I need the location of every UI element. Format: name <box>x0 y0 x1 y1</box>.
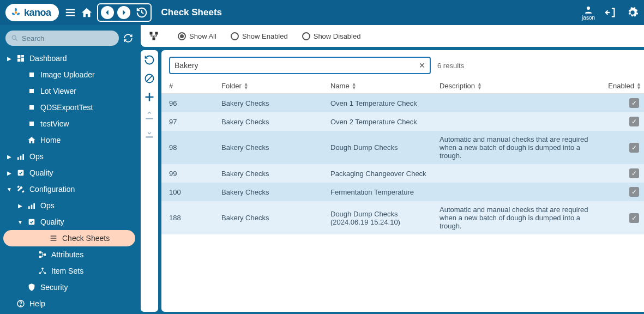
results-table: # Folder▲▼ Name▲▼ Description▲▼ Enabled▲… <box>161 78 644 312</box>
svg-rect-4 <box>65 9 75 10</box>
svg-point-0 <box>15 11 17 14</box>
history-icon[interactable] <box>136 7 148 19</box>
hamburger-icon[interactable] <box>64 7 76 19</box>
cell-description <box>440 120 603 123</box>
sidebar-search-input[interactable] <box>22 34 113 43</box>
cell-description <box>440 102 603 104</box>
table-row[interactable]: 188Bakery ChecksDough Dump Checks (2024.… <box>161 201 644 234</box>
cell-name: Dough Dump Checks (2024.06.19 15.24.10) <box>330 209 440 227</box>
block-icon[interactable] <box>144 73 155 84</box>
sidebar: ▶DashboardImage UploaderLot ViewerQDSExp… <box>0 25 139 314</box>
nav-tree: ▶DashboardImage UploaderLot ViewerQDSExp… <box>0 50 139 312</box>
nav-forward-button[interactable] <box>117 6 130 19</box>
svg-rect-44 <box>146 118 153 119</box>
sidebar-item-attributes[interactable]: Attributes <box>0 246 139 263</box>
sidebar-item-item-sets[interactable]: Item Sets <box>0 263 139 279</box>
enabled-checkbox[interactable]: ✓ <box>629 213 639 223</box>
sidebar-item-dashboard[interactable]: ▶Dashboard <box>0 50 139 67</box>
logout-icon[interactable] <box>605 7 617 19</box>
cell-folder: Bakery Checks <box>221 98 330 108</box>
clear-search-icon[interactable]: ✕ <box>419 61 425 70</box>
filter-radio-show-enabled[interactable]: Show Enabled <box>231 32 288 40</box>
svg-point-33 <box>39 272 41 274</box>
cell-enabled: ✓ <box>603 97 641 109</box>
sidebar-item-quality[interactable]: ▼Quality <box>0 214 139 230</box>
svg-rect-37 <box>150 32 153 35</box>
cell-folder: Bakery Checks <box>221 187 330 197</box>
home-icon[interactable] <box>81 7 93 19</box>
th-name[interactable]: Name▲▼ <box>330 82 440 90</box>
svg-rect-12 <box>21 58 24 62</box>
filter-radio-show-disabled[interactable]: Show Disabled <box>302 32 361 40</box>
panel-search-input[interactable] <box>174 61 419 70</box>
table-row[interactable]: 96Bakery ChecksOven 1 Temperature Check✓ <box>161 94 644 112</box>
cell-number: 96 <box>169 98 221 108</box>
cell-folder: Bakery Checks <box>221 117 330 127</box>
sidebar-item-security[interactable]: Security <box>0 279 139 295</box>
cell-enabled: ✓ <box>603 186 641 198</box>
sort-icon: ▲▼ <box>352 82 357 90</box>
cell-description <box>440 172 603 174</box>
sidebar-item-lot-viewer[interactable]: Lot Viewer <box>0 83 139 99</box>
sidebar-item-testview[interactable]: testView <box>0 116 139 132</box>
filter-radio-show-all[interactable]: Show All <box>178 32 216 40</box>
sidebar-item-configuration[interactable]: ▼Configuration <box>0 181 139 197</box>
sort-icon: ▲▼ <box>244 82 249 90</box>
svg-rect-31 <box>44 253 46 256</box>
svg-rect-39 <box>153 38 155 40</box>
enabled-checkbox[interactable]: ✓ <box>629 98 639 108</box>
import-icon[interactable] <box>144 110 155 121</box>
help-icon <box>16 299 25 308</box>
enabled-checkbox[interactable]: ✓ <box>629 143 639 153</box>
sidebar-item-quality[interactable]: ▶Quality <box>0 165 139 181</box>
enabled-checkbox[interactable]: ✓ <box>629 168 639 178</box>
security-icon <box>27 283 36 292</box>
sidebar-item-qdsexporttest[interactable]: QDSExportTest <box>0 99 139 116</box>
svg-rect-22 <box>28 206 30 209</box>
svg-rect-43 <box>146 96 154 98</box>
nav-back-button[interactable] <box>101 6 114 19</box>
th-number[interactable]: # <box>169 82 221 90</box>
refresh-icon[interactable] <box>144 55 155 65</box>
user-menu[interactable]: jason <box>582 5 595 21</box>
svg-rect-29 <box>39 251 41 253</box>
sidebar-item-help[interactable]: Help <box>0 295 139 312</box>
results-panel: ✕ 6 results # Folder▲▼ Name▲▼ Descriptio… <box>161 50 644 312</box>
add-icon[interactable] <box>144 92 155 102</box>
th-description[interactable]: Description▲▼ <box>440 82 603 90</box>
sidebar-item-label: Help <box>29 299 45 308</box>
logo[interactable]: kanoa <box>5 4 59 21</box>
sync-icon[interactable] <box>123 33 133 43</box>
cell-number: 99 <box>169 168 221 179</box>
radio-label: Show All <box>189 32 216 40</box>
enabled-checkbox[interactable]: ✓ <box>629 187 639 197</box>
sidebar-item-image-uploader[interactable]: Image Uploader <box>0 67 139 83</box>
svg-rect-13 <box>17 59 20 62</box>
enabled-checkbox[interactable]: ✓ <box>629 117 639 126</box>
th-enabled[interactable]: Enabled▲▼ <box>603 82 641 90</box>
tree-toggle-icon[interactable] <box>148 31 159 41</box>
logo-icon <box>11 8 21 17</box>
svg-rect-10 <box>17 55 20 58</box>
panel-search-box[interactable]: ✕ <box>169 57 431 74</box>
svg-point-7 <box>587 7 590 10</box>
export-icon[interactable] <box>144 129 155 140</box>
sidebar-item-ops[interactable]: ▶Ops <box>0 148 139 165</box>
sidebar-item-ops[interactable]: ▶Ops <box>0 197 139 214</box>
table-row[interactable]: 98Bakery ChecksDough Dump ChecksAutomati… <box>161 131 644 164</box>
sidebar-item-home[interactable]: Home <box>0 132 139 148</box>
sidebar-item-check-sheets[interactable]: Check Sheets <box>3 230 135 246</box>
gear-icon[interactable] <box>627 7 639 19</box>
svg-rect-5 <box>65 12 75 13</box>
table-row[interactable]: 97Bakery ChecksOven 2 Temperature Check✓ <box>161 112 644 131</box>
sidebar-item-label: Home <box>40 136 61 144</box>
sidebar-search[interactable] <box>5 31 119 46</box>
svg-point-34 <box>44 272 46 274</box>
table-row[interactable]: 99Bakery ChecksPackaging Changeover Chec… <box>161 164 644 183</box>
sidebar-item-label: Dashboard <box>29 54 67 63</box>
cell-number: 188 <box>169 213 221 223</box>
table-row[interactable]: 100Bakery ChecksFermentation Temperature… <box>161 183 644 201</box>
sort-icon: ▲▼ <box>636 82 641 90</box>
th-folder[interactable]: Folder▲▼ <box>221 82 330 90</box>
svg-line-41 <box>146 75 153 82</box>
